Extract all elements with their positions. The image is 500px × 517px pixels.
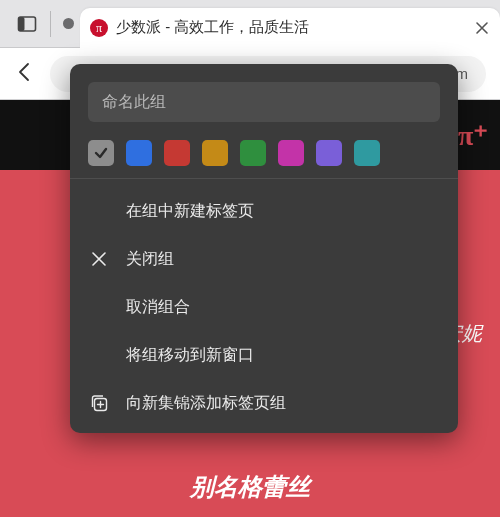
menu-label: 在组中新建标签页	[126, 201, 254, 222]
swatch-purple[interactable]	[316, 140, 342, 166]
close-icon	[88, 248, 110, 270]
svg-text:π: π	[96, 21, 102, 35]
swatch-teal[interactable]	[354, 140, 380, 166]
swatch-pink[interactable]	[278, 140, 304, 166]
sidebar-toggle-icon[interactable]	[16, 13, 38, 35]
menu-label: 将组移动到新窗口	[126, 345, 254, 366]
tab-favicon: π	[90, 19, 108, 37]
page-text: 别名格蕾丝	[0, 471, 500, 503]
swatch-grey[interactable]	[88, 140, 114, 166]
back-icon[interactable]	[14, 61, 36, 87]
menu-close-group[interactable]: 关闭组	[70, 235, 458, 283]
browser-tab[interactable]: π 少数派 - 高效工作，品质生活	[80, 8, 500, 48]
menu-move-to-window[interactable]: · 将组移动到新窗口	[70, 331, 458, 379]
close-icon[interactable]	[474, 20, 490, 36]
collection-add-icon	[88, 392, 110, 414]
menu-label: 关闭组	[126, 249, 174, 270]
swatch-red[interactable]	[164, 140, 190, 166]
menu-label: 取消组合	[126, 297, 190, 318]
menu-add-to-collection[interactable]: 向新集锦添加标签页组	[70, 379, 458, 427]
menu-ungroup[interactable]: · 取消组合	[70, 283, 458, 331]
tab-title: 少数派 - 高效工作，品质生活	[116, 18, 466, 37]
color-picker	[88, 140, 440, 166]
swatch-yellow[interactable]	[202, 140, 228, 166]
tab-group-indicator[interactable]	[63, 18, 74, 29]
swatch-blue[interactable]	[126, 140, 152, 166]
swatch-green[interactable]	[240, 140, 266, 166]
menu-new-tab-in-group[interactable]: · 在组中新建标签页	[70, 187, 458, 235]
group-name-input[interactable]	[88, 82, 440, 122]
separator	[50, 11, 51, 37]
menu-label: 向新集锦添加标签页组	[126, 393, 286, 414]
browser-titlebar: π 少数派 - 高效工作，品质生活	[0, 0, 500, 48]
tab-group-menu: · 在组中新建标签页 关闭组 · 取消组合 · 将组移动到新窗口 向新集锦添加标…	[70, 64, 458, 433]
separator	[70, 178, 458, 179]
svg-rect-1	[19, 17, 25, 31]
site-logo: π⁺	[458, 119, 488, 152]
